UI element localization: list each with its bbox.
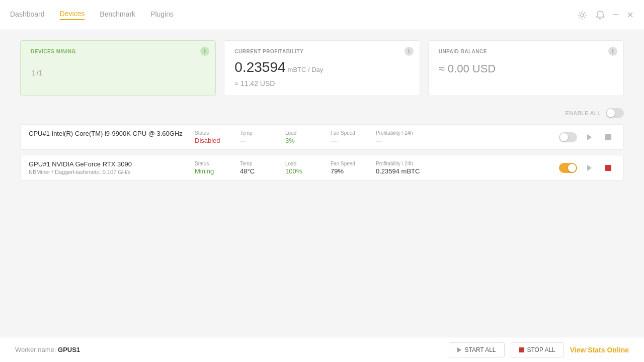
gpu1-temp-label: Temp bbox=[240, 161, 270, 166]
cpu1-name: CPU#1 Intel(R) Core(TM) i9-9900K CPU @ 3… bbox=[29, 130, 185, 137]
cpu1-stop-icon bbox=[605, 134, 611, 140]
devices-mining-value: 1/1 bbox=[31, 60, 205, 78]
unpaid-info-icon[interactable]: i bbox=[608, 47, 617, 56]
cpu1-fan-label: Fan Speed bbox=[331, 130, 361, 136]
devices-mining-info-icon[interactable]: i bbox=[200, 47, 209, 56]
start-all-button[interactable]: START ALL bbox=[449, 342, 504, 357]
minimize-icon[interactable]: – bbox=[613, 9, 618, 19]
devices-mining-card: i DEVICES MINING 1/1 bbox=[20, 40, 216, 96]
nav-bar: Dashboard Devices Benchmark Plugins bbox=[10, 10, 577, 20]
cpu1-prof-value: --- bbox=[376, 137, 413, 144]
profitability-value: 0.23594mBTC / Day bbox=[234, 60, 409, 74]
gpu1-fan-col: Fan Speed 79% bbox=[331, 161, 361, 175]
profitability-card: i CURRENT PROFITABILITY 0.23594mBTC / Da… bbox=[224, 40, 420, 96]
stop-all-button[interactable]: STOP ALL bbox=[511, 342, 564, 357]
gpu1-play-icon bbox=[587, 165, 592, 171]
cpu1-play-icon bbox=[587, 134, 592, 140]
enable-all-label: ENABLE ALL bbox=[566, 110, 601, 116]
gpu1-info: GPU#1 NVIDIA GeForce RTX 3090 NBMiner / … bbox=[29, 160, 185, 175]
svg-point-0 bbox=[581, 14, 584, 17]
cpu1-temp-col: Temp --- bbox=[240, 130, 270, 144]
stop-all-stop-icon bbox=[519, 347, 524, 352]
close-icon[interactable]: ✕ bbox=[626, 10, 634, 21]
enable-all-row: ENABLE ALL bbox=[0, 106, 644, 124]
gpu1-stop-icon bbox=[605, 165, 611, 171]
profitability-label: CURRENT PROFITABILITY bbox=[234, 49, 409, 54]
bottom-right-actions: START ALL STOP ALL View Stats Online bbox=[449, 342, 629, 357]
gpu1-controls bbox=[559, 161, 615, 175]
bottom-bar: Worker name: GPUS1 START ALL STOP ALL Vi… bbox=[0, 337, 644, 362]
gpu1-stop-button[interactable] bbox=[601, 161, 615, 175]
notification-icon[interactable] bbox=[595, 10, 605, 20]
gpu1-prof-col: Profitability / 24h 0.23594 mBTC bbox=[376, 161, 420, 175]
gpu1-status-value: Mining bbox=[195, 167, 225, 175]
gpu1-play-button[interactable] bbox=[582, 161, 596, 175]
nav-item-benchmark[interactable]: Benchmark bbox=[100, 10, 135, 20]
settings-icon[interactable] bbox=[577, 10, 587, 20]
device-row-cpu1: CPU#1 Intel(R) Core(TM) i9-9900K CPU @ 3… bbox=[20, 124, 624, 150]
gpu1-name: GPU#1 NVIDIA GeForce RTX 3090 bbox=[29, 160, 185, 168]
cpu1-controls bbox=[559, 130, 615, 144]
cpu1-fan-col: Fan Speed --- bbox=[331, 130, 361, 144]
topbar: Dashboard Devices Benchmark Plugins – ✕ bbox=[0, 0, 644, 30]
cpu1-stop-button[interactable] bbox=[601, 130, 615, 144]
cpu1-info: CPU#1 Intel(R) Core(TM) i9-9900K CPU @ 3… bbox=[29, 130, 185, 144]
cpu1-play-button[interactable] bbox=[582, 130, 596, 144]
gpu1-temp-col: Temp 48°C bbox=[240, 161, 270, 175]
nav-item-plugins[interactable]: Plugins bbox=[150, 10, 174, 20]
unpaid-usd: ≈ 0.00 USD bbox=[439, 62, 613, 75]
cpu1-status-value: Disabled bbox=[195, 137, 225, 144]
devices-mining-label: DEVICES MINING bbox=[31, 49, 205, 54]
gpu1-temp-value: 48°C bbox=[240, 167, 270, 175]
gpu1-fan-label: Fan Speed bbox=[331, 161, 361, 166]
view-stats-link[interactable]: View Stats Online bbox=[570, 346, 629, 354]
enable-all-toggle[interactable] bbox=[606, 108, 624, 118]
cpu1-load-value: 3% bbox=[285, 137, 315, 144]
cpu1-prof-col: Profitability / 24h --- bbox=[376, 130, 413, 144]
gpu1-load-col: Load 100% bbox=[285, 161, 315, 175]
cards-row: i DEVICES MINING 1/1 i CURRENT PROFITABI… bbox=[0, 30, 644, 106]
gpu1-load-value: 100% bbox=[285, 167, 315, 175]
gpu1-fan-value: 79% bbox=[331, 167, 361, 175]
gpu1-prof-value: 0.23594 mBTC bbox=[376, 167, 420, 175]
cpu1-load-label: Load bbox=[285, 130, 315, 136]
cpu1-status-label: Status bbox=[195, 130, 225, 136]
unpaid-label: UNPAID BALANCE bbox=[439, 49, 613, 54]
gpu1-status-label: Status bbox=[195, 161, 225, 166]
cpu1-temp-value: --- bbox=[240, 137, 270, 144]
gpu1-prof-label: Profitability / 24h bbox=[376, 161, 420, 166]
device-row-gpu1: GPU#1 NVIDIA GeForce RTX 3090 NBMiner / … bbox=[20, 155, 624, 180]
profitability-info-icon[interactable]: i bbox=[405, 47, 414, 56]
unpaid-balance-card: i UNPAID BALANCE ≈ 0.00 USD bbox=[428, 40, 624, 96]
cpu1-temp-label: Temp bbox=[240, 130, 270, 136]
window-actions: – ✕ bbox=[577, 9, 634, 21]
cpu1-fan-value: --- bbox=[331, 137, 361, 144]
nav-item-dashboard[interactable]: Dashboard bbox=[10, 10, 45, 20]
cpu1-status-col: Status Disabled bbox=[195, 130, 225, 144]
cpu1-stats: Status Disabled Temp --- Load 3% Fan Spe… bbox=[195, 130, 549, 144]
cpu1-sub: --- bbox=[29, 138, 185, 144]
gpu1-sub: NBMiner / DaggerHashimoto: 0.107 GH/s bbox=[29, 169, 185, 175]
gpu1-toggle[interactable] bbox=[559, 163, 577, 173]
devices-list: CPU#1 Intel(R) Core(TM) i9-9900K CPU @ 3… bbox=[0, 124, 644, 180]
cpu1-toggle[interactable] bbox=[559, 132, 577, 142]
gpu1-load-label: Load bbox=[285, 161, 315, 166]
cpu1-prof-label: Profitability / 24h bbox=[376, 130, 413, 136]
profitability-usd: ≈ 11.42 USD bbox=[234, 79, 409, 87]
gpu1-status-col: Status Mining bbox=[195, 161, 225, 175]
start-all-play-icon bbox=[457, 347, 461, 352]
gpu1-stats: Status Mining Temp 48°C Load 100% Fan Sp… bbox=[195, 161, 549, 175]
worker-label: Worker name: GPUS1 bbox=[15, 346, 80, 353]
cpu1-load-col: Load 3% bbox=[285, 130, 315, 144]
nav-item-devices[interactable]: Devices bbox=[60, 10, 85, 20]
